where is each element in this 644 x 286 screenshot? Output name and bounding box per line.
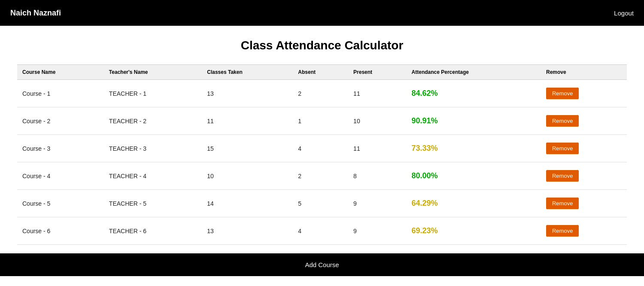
cell-course-name: Course - 6 xyxy=(17,217,104,245)
cell-remove: Remove xyxy=(541,107,627,135)
remove-button[interactable]: Remove xyxy=(546,115,579,127)
cell-absent: 5 xyxy=(293,190,348,217)
col-header-attendance-percentage: Attendance Percentage xyxy=(407,65,541,80)
cell-present: 10 xyxy=(348,107,406,135)
main-content: Class Attendance Calculator Course Name … xyxy=(0,26,644,245)
table-row: Course - 1 TEACHER - 1 13 2 11 84.62% Re… xyxy=(17,80,627,107)
col-header-present: Present xyxy=(348,65,406,80)
cell-present: 9 xyxy=(348,190,406,217)
cell-teacher-name: TEACHER - 3 xyxy=(104,135,202,162)
cell-classes-taken: 11 xyxy=(202,107,293,135)
page-title: Class Attendance Calculator xyxy=(17,39,627,52)
cell-course-name: Course - 5 xyxy=(17,190,104,217)
cell-present: 11 xyxy=(348,135,406,162)
cell-teacher-name: TEACHER - 4 xyxy=(104,162,202,190)
cell-classes-taken: 10 xyxy=(202,162,293,190)
cell-absent: 2 xyxy=(293,162,348,190)
cell-course-name: Course - 1 xyxy=(17,80,104,107)
attendance-table: Course Name Teacher's Name Classes Taken… xyxy=(17,64,627,245)
cell-classes-taken: 15 xyxy=(202,135,293,162)
table-row: Course - 4 TEACHER - 4 10 2 8 80.00% Rem… xyxy=(17,162,627,190)
cell-teacher-name: TEACHER - 6 xyxy=(104,217,202,245)
cell-attendance-percentage: 73.33% xyxy=(407,135,541,162)
cell-teacher-name: TEACHER - 2 xyxy=(104,107,202,135)
logout-button[interactable]: Logout xyxy=(614,9,634,17)
add-course-button[interactable]: Add Course xyxy=(0,253,644,276)
cell-attendance-percentage: 64.29% xyxy=(407,190,541,217)
cell-attendance-percentage: 80.00% xyxy=(407,162,541,190)
cell-classes-taken: 13 xyxy=(202,217,293,245)
col-header-teacher-name: Teacher's Name xyxy=(104,65,202,80)
remove-button[interactable]: Remove xyxy=(546,143,579,154)
remove-button[interactable]: Remove xyxy=(546,198,579,209)
cell-classes-taken: 14 xyxy=(202,190,293,217)
col-header-course-name: Course Name xyxy=(17,65,104,80)
cell-remove: Remove xyxy=(541,217,627,245)
cell-teacher-name: TEACHER - 1 xyxy=(104,80,202,107)
cell-absent: 1 xyxy=(293,107,348,135)
cell-attendance-percentage: 69.23% xyxy=(407,217,541,245)
cell-present: 9 xyxy=(348,217,406,245)
cell-course-name: Course - 4 xyxy=(17,162,104,190)
cell-attendance-percentage: 90.91% xyxy=(407,107,541,135)
cell-course-name: Course - 3 xyxy=(17,135,104,162)
cell-remove: Remove xyxy=(541,190,627,217)
table-row: Course - 5 TEACHER - 5 14 5 9 64.29% Rem… xyxy=(17,190,627,217)
navbar-brand: Naich Naznafi xyxy=(10,9,61,18)
cell-remove: Remove xyxy=(541,80,627,107)
cell-course-name: Course - 2 xyxy=(17,107,104,135)
cell-absent: 2 xyxy=(293,80,348,107)
cell-attendance-percentage: 84.62% xyxy=(407,80,541,107)
cell-absent: 4 xyxy=(293,135,348,162)
cell-present: 8 xyxy=(348,162,406,190)
navbar: Naich Naznafi Logout xyxy=(0,0,644,26)
cell-remove: Remove xyxy=(541,162,627,190)
cell-remove: Remove xyxy=(541,135,627,162)
table-row: Course - 6 TEACHER - 6 13 4 9 69.23% Rem… xyxy=(17,217,627,245)
col-header-classes-taken: Classes Taken xyxy=(202,65,293,80)
cell-present: 11 xyxy=(348,80,406,107)
cell-teacher-name: TEACHER - 5 xyxy=(104,190,202,217)
cell-classes-taken: 13 xyxy=(202,80,293,107)
table-row: Course - 3 TEACHER - 3 15 4 11 73.33% Re… xyxy=(17,135,627,162)
remove-button[interactable]: Remove xyxy=(546,170,579,182)
cell-absent: 4 xyxy=(293,217,348,245)
remove-button[interactable]: Remove xyxy=(546,225,579,237)
table-row: Course - 2 TEACHER - 2 11 1 10 90.91% Re… xyxy=(17,107,627,135)
col-header-remove: Remove xyxy=(541,65,627,80)
remove-button[interactable]: Remove xyxy=(546,88,579,99)
col-header-absent: Absent xyxy=(293,65,348,80)
table-header-row: Course Name Teacher's Name Classes Taken… xyxy=(17,65,627,80)
